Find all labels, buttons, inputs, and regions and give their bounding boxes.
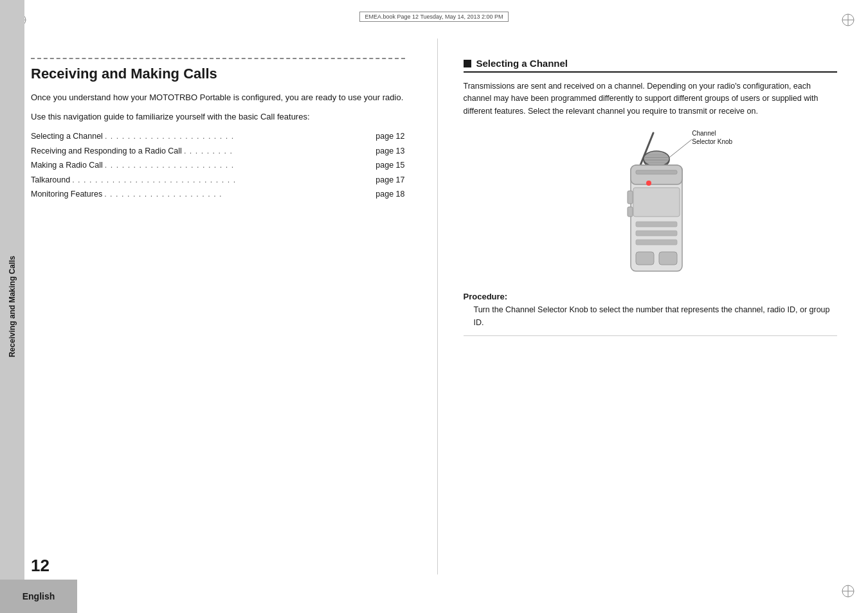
toc-page-1: page 13 <box>375 144 404 159</box>
intro-para-2: Use this navigation guide to familiarize… <box>31 111 405 123</box>
toc-label-0: Selecting a Channel <box>31 129 103 144</box>
page-container: EMEA.book Page 12 Tuesday, May 14, 2013 … <box>0 0 868 613</box>
right-column: Selecting a Channel Transmissions are se… <box>444 39 838 574</box>
channel-selector-label: Channel Selector Knob <box>692 129 740 146</box>
toc-label-3: Talkaround <box>31 173 70 188</box>
radio-image-container: Channel Selector Knob <box>464 127 838 283</box>
radio-svg-wrapper: Channel Selector Knob <box>592 127 708 283</box>
svg-rect-30 <box>659 252 677 265</box>
svg-rect-29 <box>636 252 654 265</box>
toc-page-2: page 15 <box>375 158 404 173</box>
section-title: Receiving and Making Calls <box>31 66 405 82</box>
toc-page-3: page 17 <box>375 173 404 188</box>
svg-rect-23 <box>633 188 680 217</box>
file-info-text: EMEA.book Page 12 Tuesday, May 14, 2013 … <box>359 12 509 22</box>
side-tab: Receiving and Making Calls <box>0 0 24 613</box>
left-column: Receiving and Making Calls Once you unde… <box>31 39 431 574</box>
svg-rect-24 <box>628 191 633 204</box>
reg-mark-tr <box>841 13 855 29</box>
language-label: English <box>23 591 55 601</box>
content-area: Receiving and Making Calls Once you unde… <box>31 39 837 574</box>
radio-illustration <box>592 127 708 281</box>
procedure-section: Procedure: Turn the Channel Selector Kno… <box>464 292 838 336</box>
toc-row-1: Receiving and Responding to a Radio Call… <box>31 144 405 159</box>
svg-rect-26 <box>636 222 677 227</box>
svg-line-32 <box>669 139 692 157</box>
column-divider <box>437 39 438 574</box>
body-text: Transmissions are sent and received on a… <box>464 80 838 118</box>
toc-page-4: page 18 <box>375 187 404 202</box>
toc-row-4: Monitoring Features . . . . . . . . . . … <box>31 187 405 202</box>
svg-rect-21 <box>631 165 682 184</box>
subsection-title: Selecting a Channel <box>476 58 568 69</box>
toc-label-2: Making a Radio Call <box>31 158 103 173</box>
svg-rect-25 <box>628 207 633 217</box>
file-info-bar: EMEA.book Page 12 Tuesday, May 14, 2013 … <box>103 12 765 22</box>
language-tab: English <box>0 580 77 613</box>
intro-para-1: Once you understand how your MOTOTRBO Po… <box>31 91 405 104</box>
side-tab-label: Receiving and Making Calls <box>8 256 17 357</box>
toc-row-2: Making a Radio Call . . . . . . . . . . … <box>31 158 405 173</box>
toc-row-3: Talkaround . . . . . . . . . . . . . . .… <box>31 173 405 188</box>
subsection-square-icon <box>464 60 471 67</box>
svg-rect-22 <box>636 170 677 174</box>
toc-label-4: Monitoring Features <box>31 187 102 202</box>
procedure-label: Procedure: <box>464 292 838 301</box>
procedure-text: Turn the Channel Selector Knob to select… <box>464 304 838 336</box>
toc-row-0: Selecting a Channel . . . . . . . . . . … <box>31 129 405 144</box>
toc-page-0: page 12 <box>375 129 404 144</box>
svg-rect-27 <box>636 231 677 236</box>
svg-point-31 <box>646 181 651 186</box>
toc-label-1: Receiving and Responding to a Radio Call <box>31 144 182 159</box>
svg-point-15 <box>644 151 669 166</box>
reg-mark-br <box>841 584 855 600</box>
subsection-header: Selecting a Channel <box>464 58 838 73</box>
toc-table: Selecting a Channel . . . . . . . . . . … <box>31 129 405 202</box>
svg-rect-28 <box>636 240 677 245</box>
dotted-rule <box>31 58 405 59</box>
